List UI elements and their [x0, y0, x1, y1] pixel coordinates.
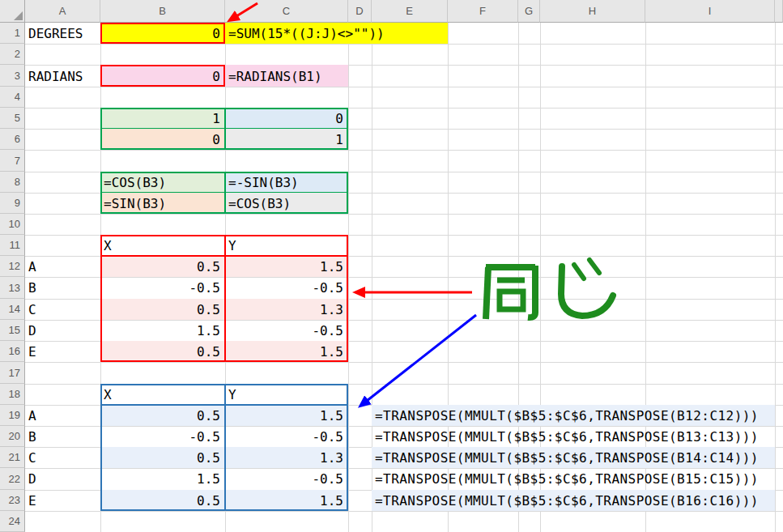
row-header-20[interactable]: 20: [0, 426, 25, 447]
column-header-G[interactable]: G: [518, 0, 540, 23]
row-header-9[interactable]: 9: [0, 193, 25, 214]
cell-C14[interactable]: 1.3: [225, 299, 348, 320]
cell-C19[interactable]: 1.5: [225, 405, 348, 426]
cell-C21[interactable]: 1.3: [225, 447, 348, 468]
spreadsheet: A B C D E F G H I 1 2 3 4 5 6 7 8 9 10 1…: [0, 0, 783, 532]
row-header-17[interactable]: 17: [0, 362, 25, 384]
row-header-7[interactable]: 7: [0, 150, 25, 172]
cell-A12[interactable]: A: [25, 256, 100, 277]
cell-C15[interactable]: -0.5: [225, 320, 348, 341]
row-header-3[interactable]: 3: [0, 65, 25, 87]
cell-B22[interactable]: 1.5: [100, 468, 225, 489]
cell-C8[interactable]: =-SIN(B3): [225, 172, 348, 193]
cell-A13[interactable]: B: [25, 277, 100, 298]
cell-B20[interactable]: -0.5: [100, 426, 225, 447]
row-header-11[interactable]: 11: [0, 235, 25, 256]
formula-E21[interactable]: =TRANSPOSE(MMULT($B$5:$C$6,TRANSPOSE(B14…: [372, 447, 775, 468]
cell-A16[interactable]: E: [25, 341, 100, 362]
cell-B15[interactable]: 1.5: [100, 320, 225, 341]
cell-C23[interactable]: 1.5: [225, 490, 348, 511]
cell-C6[interactable]: 1: [225, 129, 348, 150]
cell-C5[interactable]: 0: [225, 108, 348, 129]
cell-C11-header-Y[interactable]: Y: [225, 235, 348, 256]
cell-B23[interactable]: 0.5: [100, 490, 225, 511]
cell-B1[interactable]: 0: [100, 23, 225, 44]
cell-A14[interactable]: C: [25, 299, 100, 320]
row-header-10[interactable]: 10: [0, 214, 25, 235]
cell-A15[interactable]: D: [25, 320, 100, 341]
column-header-B[interactable]: B: [100, 0, 225, 23]
column-header-I[interactable]: I: [645, 0, 775, 23]
cell-C1[interactable]: =SUM(15*((J:J)<>"")): [225, 23, 448, 44]
cell-A23[interactable]: E: [25, 490, 100, 511]
cell-B12[interactable]: 0.5: [100, 256, 225, 277]
row-header-16[interactable]: 16: [0, 341, 25, 362]
cell-B19[interactable]: 0.5: [100, 405, 225, 426]
cell-B8[interactable]: =COS(B3): [100, 172, 225, 193]
cell-B18-header-X[interactable]: X: [100, 384, 225, 405]
column-header-D[interactable]: D: [348, 0, 372, 23]
row-header-18[interactable]: 18: [0, 384, 25, 405]
row-header-21[interactable]: 21: [0, 447, 25, 468]
formula-E20[interactable]: =TRANSPOSE(MMULT($B$5:$C$6,TRANSPOSE(B13…: [372, 426, 775, 447]
select-all-corner[interactable]: [0, 0, 25, 23]
row-header-24[interactable]: 24: [0, 511, 25, 532]
column-header-A[interactable]: A: [25, 0, 100, 23]
row-header-8[interactable]: 8: [0, 172, 25, 193]
column-header-J-partial[interactable]: [775, 0, 783, 23]
cell-A21[interactable]: C: [25, 447, 100, 468]
row-header-1[interactable]: 1: [0, 23, 25, 44]
cell-A19[interactable]: A: [25, 405, 100, 426]
cell-B9[interactable]: =SIN(B3): [100, 193, 225, 214]
cell-A1[interactable]: DEGREES: [25, 23, 100, 44]
column-header-F[interactable]: F: [448, 0, 518, 23]
column-header-H[interactable]: H: [540, 0, 645, 23]
cell-B3[interactable]: 0: [100, 66, 225, 87]
formula-E23[interactable]: =TRANSPOSE(MMULT($B$5:$C$6,TRANSPOSE(B16…: [372, 490, 775, 511]
cell-C9[interactable]: =COS(B3): [225, 193, 348, 214]
cell-B14[interactable]: 0.5: [100, 299, 225, 320]
row-header-23[interactable]: 23: [0, 490, 25, 511]
cell-A3[interactable]: RADIANS: [25, 66, 100, 87]
row-header-14[interactable]: 14: [0, 299, 25, 320]
row-header-4[interactable]: 4: [0, 87, 25, 108]
cell-A22[interactable]: D: [25, 468, 100, 489]
row-header-12[interactable]: 12: [0, 256, 25, 277]
formula-E22[interactable]: =TRANSPOSE(MMULT($B$5:$C$6,TRANSPOSE(B15…: [372, 468, 775, 489]
cell-B13[interactable]: -0.5: [100, 277, 225, 298]
cell-C3[interactable]: =RADIANS(B1): [225, 66, 348, 87]
cell-C13[interactable]: -0.5: [225, 277, 348, 298]
select-all-triangle-icon: [14, 11, 23, 20]
row-header-15[interactable]: 15: [0, 320, 25, 341]
row-header-5[interactable]: 5: [0, 108, 25, 129]
row-header-22[interactable]: 22: [0, 468, 25, 490]
cell-C22[interactable]: -0.5: [225, 468, 348, 489]
cell-A20[interactable]: B: [25, 426, 100, 447]
cell-C16[interactable]: 1.5: [225, 341, 348, 362]
cell-B21[interactable]: 0.5: [100, 447, 225, 468]
column-header-E[interactable]: E: [372, 0, 448, 23]
cell-C12[interactable]: 1.5: [225, 256, 348, 277]
annotation-same-text: 同じ: [484, 261, 623, 324]
row-header-13[interactable]: 13: [0, 277, 25, 299]
formula-E19[interactable]: =TRANSPOSE(MMULT($B$5:$C$6,TRANSPOSE(B12…: [372, 405, 775, 426]
column-header-C[interactable]: C: [225, 0, 348, 23]
cell-B5[interactable]: 1: [100, 108, 225, 129]
row-header-6[interactable]: 6: [0, 129, 25, 150]
cell-C18-header-Y[interactable]: Y: [225, 384, 348, 405]
cell-B11-header-X[interactable]: X: [100, 235, 225, 256]
cell-B6[interactable]: 0: [100, 129, 225, 150]
cell-B16[interactable]: 0.5: [100, 341, 225, 362]
row-header-19[interactable]: 19: [0, 405, 25, 426]
row-header-2[interactable]: 2: [0, 44, 25, 65]
cell-C20[interactable]: -0.5: [225, 426, 348, 447]
